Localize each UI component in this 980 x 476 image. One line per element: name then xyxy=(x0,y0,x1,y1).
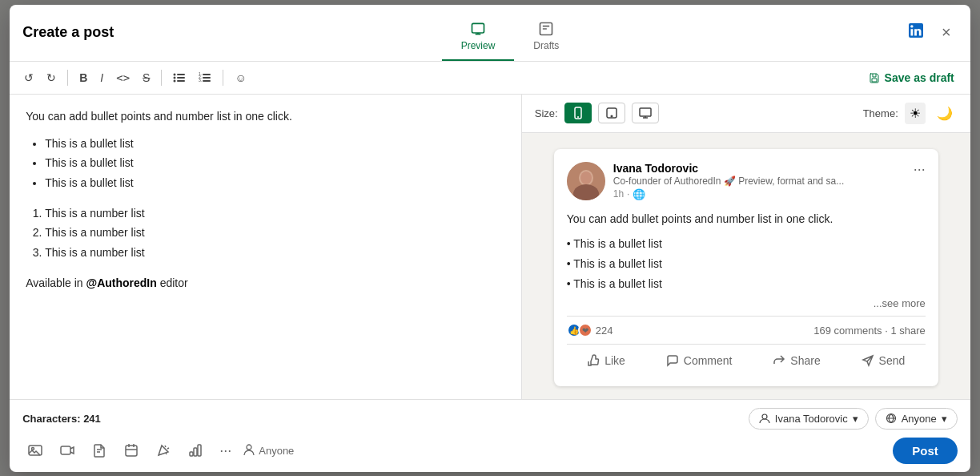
svg-point-4 xyxy=(174,76,176,79)
svg-rect-18 xyxy=(640,108,651,116)
theme-dark-button[interactable]: 🌙 xyxy=(932,103,958,124)
svg-rect-11 xyxy=(203,77,211,79)
send-button[interactable]: Send xyxy=(852,348,915,373)
modal-title: Create a post xyxy=(22,24,114,50)
post-body-text: You can add bullet points and number lis… xyxy=(567,210,926,228)
more-media-button[interactable]: ··· xyxy=(215,439,236,462)
svg-rect-13 xyxy=(203,80,211,82)
content-area: You can add bullet points and number lis… xyxy=(10,95,970,399)
celebration-button[interactable] xyxy=(151,439,176,462)
schedule-button[interactable] xyxy=(118,439,144,462)
size-label: Size: xyxy=(535,107,558,119)
create-post-modal: Create a post Preview Drafts xyxy=(10,5,970,472)
theme-label: Theme: xyxy=(863,107,898,119)
undo-button[interactable]: ↺ xyxy=(19,68,38,87)
svg-rect-29 xyxy=(190,452,193,456)
size-desktop-button[interactable] xyxy=(632,103,659,123)
svg-point-2 xyxy=(174,73,176,75)
post-button[interactable]: Post xyxy=(893,438,958,464)
char-count: Characters: 241 xyxy=(22,413,101,425)
reactions-count: 224 xyxy=(596,325,613,337)
see-more[interactable]: ...see more xyxy=(874,297,926,309)
svg-rect-30 xyxy=(194,448,197,456)
toolbar-divider-3 xyxy=(223,70,223,86)
list-item: This is a number list xyxy=(45,204,505,222)
bold-button[interactable]: B xyxy=(74,68,92,87)
toolbar-divider-1 xyxy=(67,70,68,86)
svg-point-6 xyxy=(174,79,176,82)
toolbar: ↺ ↻ B I <> S 1. 2. 3. xyxy=(10,62,970,95)
editor-pane[interactable]: You can add bullet points and number lis… xyxy=(10,95,522,399)
media-buttons: ··· Anyone xyxy=(22,439,294,462)
image-button[interactable] xyxy=(22,439,48,462)
tab-drafts[interactable]: Drafts xyxy=(514,14,578,61)
svg-text:3.: 3. xyxy=(199,78,202,83)
footer-top: Characters: 241 Ivana Todorovic ▾ xyxy=(22,408,958,430)
italic-button[interactable]: I xyxy=(95,68,108,87)
audience-select[interactable]: Anyone ▾ xyxy=(875,408,958,430)
linkedin-logo xyxy=(906,21,926,44)
modal-header: Create a post Preview Drafts xyxy=(10,5,970,62)
avatar xyxy=(567,162,605,200)
list-item: This is a bullet list xyxy=(567,274,926,294)
list-item: This is a number list xyxy=(45,224,505,241)
editor-intro: You can add bullet points and number lis… xyxy=(26,107,505,125)
document-button[interactable] xyxy=(86,439,112,462)
editor-bullet-list: This is a bullet list This is a bullet l… xyxy=(26,135,505,192)
toolbar-divider-2 xyxy=(161,70,162,86)
svg-rect-7 xyxy=(177,80,185,82)
list-item: This is a bullet list xyxy=(45,135,505,152)
anyone-label: Anyone xyxy=(243,444,294,457)
poll-button[interactable] xyxy=(183,439,208,462)
svg-rect-0 xyxy=(472,23,484,33)
strikethrough-button[interactable]: S xyxy=(138,68,155,87)
heart-reaction-icon: ❤ xyxy=(578,323,592,337)
svg-point-23 xyxy=(762,414,767,419)
code-button[interactable]: <> xyxy=(111,68,135,87)
editor-outro: Available in @AuthoredIn editor xyxy=(26,274,505,292)
author-title: Co-founder of AuthoredIn 🚀 Preview, form… xyxy=(613,175,845,187)
svg-rect-5 xyxy=(177,77,185,79)
author-name: Ivana Todorovic xyxy=(613,162,845,175)
author-info: Ivana Todorovic Co-founder of AuthoredIn… xyxy=(613,162,845,200)
number-list-button[interactable]: 1. 2. 3. xyxy=(194,68,216,87)
more-options-button[interactable]: ··· xyxy=(914,162,926,176)
list-item: This is a bullet list xyxy=(567,254,926,274)
close-button[interactable]: × xyxy=(935,22,958,44)
post-author: Ivana Todorovic Co-founder of AuthoredIn… xyxy=(567,162,845,200)
modal-tabs: Preview Drafts xyxy=(442,14,579,61)
list-item: This is a number list xyxy=(45,244,505,261)
comment-button[interactable]: Comment xyxy=(657,348,742,373)
svg-rect-28 xyxy=(126,446,137,456)
share-button[interactable]: Share xyxy=(763,348,829,373)
reactions: 👍 ❤ 224 xyxy=(567,323,613,337)
list-item: This is a bullet list xyxy=(45,174,505,192)
svg-point-17 xyxy=(611,115,612,117)
svg-rect-31 xyxy=(198,445,201,456)
video-button[interactable] xyxy=(54,439,80,462)
svg-rect-27 xyxy=(61,446,70,454)
size-tablet-button[interactable] xyxy=(598,103,625,123)
svg-rect-9 xyxy=(203,74,211,75)
theme-controls: Theme: ☀ 🌙 xyxy=(863,103,958,124)
globe-icon: 🌐 xyxy=(633,188,645,200)
post-stats: 👍 ❤ 224 169 comments · 1 share xyxy=(567,316,926,345)
post-bullet-list: This is a bullet list This is a bullet l… xyxy=(567,234,926,295)
svg-point-15 xyxy=(577,116,579,118)
redo-button[interactable]: ↻ xyxy=(42,68,61,87)
preview-controls: Size: xyxy=(522,95,970,133)
modal-footer: Characters: 241 Ivana Todorovic ▾ xyxy=(10,399,970,472)
tab-preview[interactable]: Preview xyxy=(442,14,515,61)
theme-light-button[interactable]: ☀ xyxy=(905,103,926,124)
size-mobile-button[interactable] xyxy=(564,103,592,123)
save-draft-button[interactable]: Save as draft xyxy=(862,68,961,87)
list-item: This is a bullet list xyxy=(45,154,505,171)
author-select[interactable]: Ivana Todorovic ▾ xyxy=(749,408,869,430)
footer-right: Ivana Todorovic ▾ Anyone ▾ xyxy=(749,408,958,430)
modal-overlay: Create a post Preview Drafts xyxy=(0,0,980,476)
emoji-button[interactable]: ☺ xyxy=(230,68,251,87)
bullet-list-button[interactable] xyxy=(168,68,191,87)
like-button[interactable]: Like xyxy=(577,348,635,373)
svg-rect-3 xyxy=(177,74,185,75)
post-comment-stats: 169 comments · 1 share xyxy=(813,325,925,337)
